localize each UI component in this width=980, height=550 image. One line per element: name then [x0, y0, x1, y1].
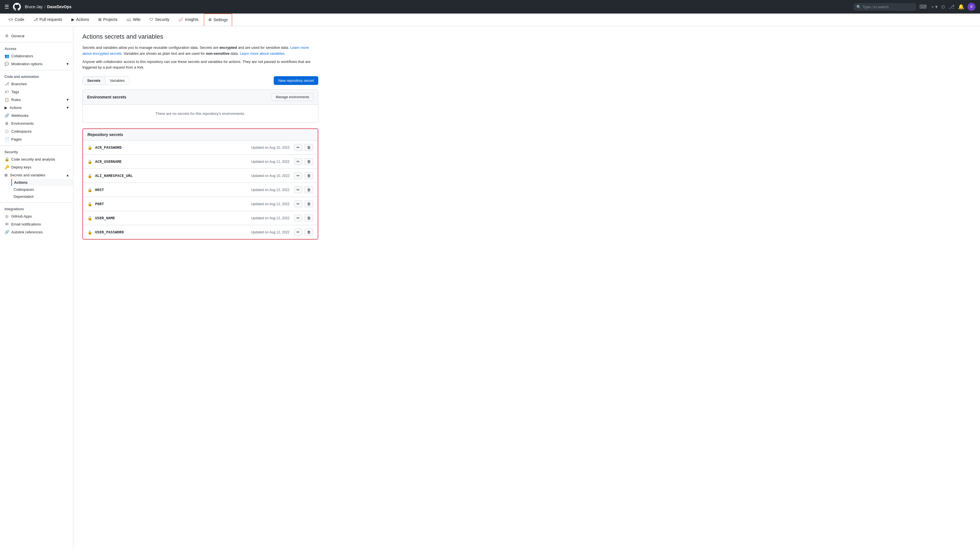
sidebar-item-collaborators[interactable]: 👥 Collaborators	[0, 52, 73, 60]
github-apps-icon: ◎	[5, 214, 9, 218]
settings-sidebar: ⚙ General Access 👥 Collaborators 💬 Moder…	[0, 26, 73, 549]
sidebar-item-pages[interactable]: 📄 Pages	[0, 135, 73, 143]
owner-link[interactable]: Bruce-Jay	[25, 5, 43, 9]
edit-secret-button[interactable]: ✏	[294, 172, 302, 179]
repo-secrets-header: Repository secrets	[83, 129, 318, 140]
secret-updated: Updated on Aug 12, 2022	[251, 230, 290, 234]
new-secret-button[interactable]: New repository secret	[274, 76, 318, 85]
sidebar-item-code-security[interactable]: 🔒 Code security and analysis	[0, 155, 73, 163]
edit-secret-button[interactable]: ✏	[294, 158, 302, 165]
code-automation-section-title: Code and automation	[0, 73, 73, 80]
main-content: Actions secrets and variables Secrets an…	[73, 26, 327, 549]
tab-actions[interactable]: ▶ Actions	[67, 14, 93, 26]
edit-secret-button[interactable]: ✏	[294, 186, 302, 193]
lock-icon: 🔒	[88, 159, 92, 164]
delete-secret-button[interactable]: 🗑	[304, 172, 313, 179]
projects-tab-icon: ⊞	[98, 17, 102, 22]
hamburger-icon[interactable]: ☰	[5, 4, 9, 10]
description-2: Anyone with collaborator access to this …	[83, 59, 318, 71]
topnav-actions: ⌨ ＋▾ ⊙ ⎇ 🔔 B	[920, 3, 975, 11]
sidebar-item-environments[interactable]: 🖥 Environments	[0, 119, 73, 127]
secrets-submenu: Actions Codespaces Dependabot	[0, 179, 73, 200]
delete-secret-button[interactable]: 🗑	[304, 200, 313, 207]
delete-secret-button[interactable]: 🗑	[304, 229, 313, 236]
lock-icon: 🔒	[88, 145, 92, 150]
repo-link[interactable]: DaseDevOps	[47, 5, 72, 9]
sidebar-item-branches[interactable]: ⎇ Branches	[0, 80, 73, 88]
tab-secrets-btn[interactable]: Secrets	[83, 76, 105, 85]
issues-icon[interactable]: ⊙	[941, 4, 945, 10]
sidebar-item-tags[interactable]: 🏷 Tags	[0, 88, 73, 96]
branches-icon: ⎇	[5, 81, 9, 86]
sidebar-sub-item-actions[interactable]: Actions	[11, 179, 73, 186]
secret-name: USER_NAME	[95, 216, 115, 220]
sidebar-item-autolink[interactable]: 🔗 Autolink references	[0, 228, 73, 236]
sidebar-item-deploy-keys[interactable]: 🔑 Deploy keys	[0, 163, 73, 171]
secrets-chevron-icon: ▴	[67, 173, 68, 177]
pr-icon[interactable]: ⎇	[949, 4, 955, 10]
avatar[interactable]: B	[967, 3, 975, 11]
sidebar-item-github-apps[interactable]: ◎ GitHub Apps	[0, 212, 73, 220]
repo-tabs-bar: <> Code ⎇ Pull requests ▶ Actions ⊞ Proj…	[0, 14, 980, 26]
table-row: 🔒 ALI_NAMESPACE_URL Updated on Aug 10, 2…	[83, 169, 318, 183]
delete-secret-button[interactable]: 🗑	[304, 144, 313, 151]
lock-icon: 🔒	[88, 216, 92, 220]
table-row: 🔒 USER_PASSWORD Updated on Aug 12, 2022 …	[83, 225, 318, 239]
secret-name: USER_PASSWORD	[95, 230, 124, 234]
insights-tab-icon: 📈	[178, 17, 183, 22]
env-secrets-header: Environment secrets Manage environments	[83, 90, 318, 105]
lock-icon: 🔒	[88, 202, 92, 206]
edit-secret-button[interactable]: ✏	[294, 215, 302, 221]
tab-security[interactable]: 🛡 Security	[146, 14, 173, 26]
sidebar-item-email-notifications[interactable]: ✉ Email notifications	[0, 220, 73, 228]
delete-secret-button[interactable]: 🗑	[304, 158, 313, 165]
search-box[interactable]: 🔍 Type / to search	[854, 3, 916, 10]
sidebar-item-moderation[interactable]: 💬 Moderation options ▾	[0, 60, 73, 68]
plus-icon[interactable]: ＋▾	[930, 3, 938, 10]
tabs-and-button-row: Secrets Variables New repository secret	[83, 76, 318, 85]
sidebar-divider-2	[0, 70, 73, 70]
autolink-icon: 🔗	[5, 230, 9, 234]
terminal-icon[interactable]: ⌨	[920, 4, 927, 10]
sidebar-item-rules[interactable]: 📋 Rules ▾	[0, 96, 73, 103]
secrets-variables-tabs: Secrets Variables	[83, 76, 129, 85]
notifications-icon[interactable]: 🔔	[958, 4, 964, 10]
manage-environments-button[interactable]: Manage environments	[272, 93, 313, 101]
sidebar-sub-item-codespaces[interactable]: Codespaces	[11, 186, 73, 193]
github-logo	[13, 2, 21, 11]
edit-secret-button[interactable]: ✏	[294, 144, 302, 151]
environment-secrets-box: Environment secrets Manage environments …	[83, 89, 318, 123]
sidebar-sub-item-dependabot[interactable]: Dependabot	[11, 193, 73, 200]
tab-variables-btn[interactable]: Variables	[105, 76, 129, 85]
rules-chevron-icon: ▾	[67, 97, 68, 102]
tab-insights[interactable]: 📈 Insights	[174, 14, 202, 26]
actions-chevron-icon: ▾	[67, 105, 68, 110]
secret-updated: Updated on Aug 12, 2022	[251, 188, 290, 192]
secret-name: PORT	[95, 202, 104, 206]
sidebar-item-webhooks[interactable]: 🔗 Webhooks	[0, 111, 73, 119]
secret-name: ALI_NAMESPACE_URL	[95, 173, 133, 178]
tab-pull-requests[interactable]: ⎇ Pull requests	[29, 14, 66, 26]
edit-secret-button[interactable]: ✏	[294, 229, 302, 236]
lock-icon: 🔒	[88, 188, 92, 192]
sidebar-item-secrets-variables[interactable]: ⊞ Secrets and variables ▴	[0, 171, 73, 179]
code-icon: <>	[8, 17, 13, 22]
tab-code[interactable]: <> Code	[5, 14, 28, 26]
secret-updated: Updated on Aug 10, 2022	[251, 174, 290, 178]
tab-wiki[interactable]: 📖 Wiki	[123, 14, 144, 26]
tab-settings[interactable]: ⚙ Settings	[204, 14, 232, 26]
sidebar-item-general[interactable]: ⚙ General	[0, 32, 73, 40]
sidebar-item-actions[interactable]: ▶ Actions ▾	[0, 103, 73, 111]
delete-secret-button[interactable]: 🗑	[304, 186, 313, 193]
delete-secret-button[interactable]: 🗑	[304, 215, 313, 221]
search-placeholder: Type / to search	[862, 5, 889, 9]
secret-name: ACR_PASSWORD	[95, 145, 122, 149]
table-row: 🔒 HOST Updated on Aug 12, 2022 ✏ 🗑	[83, 183, 318, 197]
tab-projects[interactable]: ⊞ Projects	[94, 14, 122, 26]
security-section-title: Security	[0, 148, 73, 155]
secret-updated: Updated on Aug 12, 2022	[251, 202, 290, 206]
learn-more-variables-link[interactable]: Learn more about variables	[240, 51, 285, 56]
sidebar-item-codespaces[interactable]: ⬡ Codespaces	[0, 127, 73, 135]
env-secrets-empty-message: There are no secrets for this repository…	[83, 105, 318, 122]
edit-secret-button[interactable]: ✏	[294, 200, 302, 207]
